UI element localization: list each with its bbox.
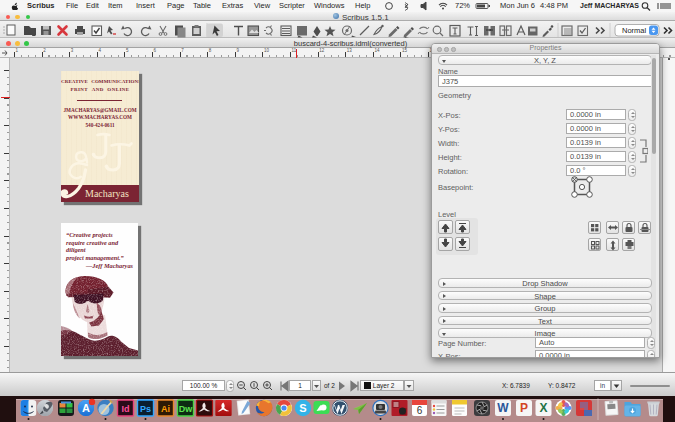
svg-text:S: S xyxy=(299,402,306,414)
svg-text:Dw: Dw xyxy=(179,404,193,414)
svg-text:Id: Id xyxy=(122,404,130,414)
svg-text:A: A xyxy=(82,402,90,414)
svg-text:Normal: Normal xyxy=(622,26,647,35)
svg-text:6: 6 xyxy=(417,405,423,416)
svg-text:Ps: Ps xyxy=(140,404,151,414)
svg-text:X: X xyxy=(539,401,547,415)
svg-text:W: W xyxy=(497,401,509,415)
svg-text:P: P xyxy=(520,401,528,415)
svg-text:Ai: Ai xyxy=(161,404,170,414)
